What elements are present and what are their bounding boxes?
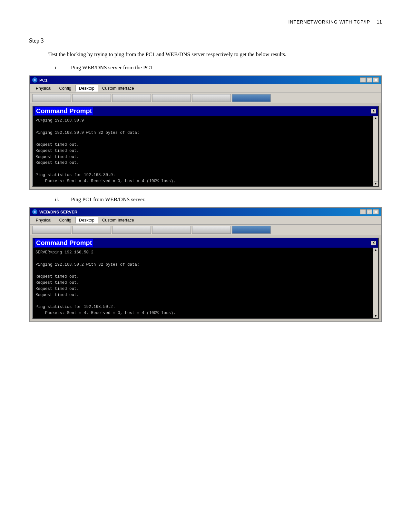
webdns-toolbar-seg-3 bbox=[112, 226, 151, 234]
pc1-window-controls: ─ □ ✕ bbox=[360, 77, 379, 83]
pc1-content: Command Prompt X PC>ping 192.168.30.9 Pi… bbox=[30, 103, 381, 189]
webdns-window-title: WEB/DNS SERVER bbox=[39, 210, 77, 214]
pc1-cmd-close-btn[interactable]: X bbox=[371, 109, 376, 113]
webdns-toolbar-seg-4 bbox=[152, 226, 191, 234]
pc1-cmd-container: PC>ping 192.168.30.9 Pinging 192.168.30.… bbox=[33, 116, 378, 186]
page: INTERNETWORKING WITH TCP/IP 11 Step 3 Te… bbox=[0, 0, 411, 532]
webdns-menubar: Physical Config Desktop Custom Interface bbox=[30, 216, 381, 225]
page-header: INTERNETWORKING WITH TCP/IP 11 bbox=[29, 19, 382, 25]
webdns-cmd-close-btn[interactable]: X bbox=[371, 241, 376, 245]
webdns-close-btn[interactable]: ✕ bbox=[373, 209, 379, 214]
pc1-toolbar-seg-5 bbox=[192, 94, 231, 102]
pc1-toolbar-seg-3 bbox=[112, 94, 151, 102]
pc1-titlebar: C PC1 ─ □ ✕ bbox=[30, 76, 381, 84]
pc1-toolbar-seg-2 bbox=[72, 94, 111, 102]
pc1-tab-config[interactable]: Config bbox=[55, 85, 75, 92]
pc1-close-btn[interactable]: ✕ bbox=[373, 77, 379, 83]
sub-item-ii: ii. Ping PC1 from WEB/DNS server. bbox=[55, 196, 382, 203]
webdns-tab-config[interactable]: Config bbox=[55, 217, 75, 223]
webdns-tab-custom[interactable]: Custom Interface bbox=[99, 217, 138, 223]
sub-item-i-label: i. bbox=[55, 64, 71, 71]
pc1-restore-btn[interactable]: □ bbox=[367, 77, 372, 83]
pc1-window: C PC1 ─ □ ✕ Physical Config Desktop Cust… bbox=[29, 75, 382, 190]
webdns-toolbar-seg-5 bbox=[192, 226, 231, 234]
webdns-cmd-window: Command Prompt X SERVER>ping 192.168.50.… bbox=[32, 238, 379, 319]
pc1-cmd-window: Command Prompt X PC>ping 192.168.30.9 Pi… bbox=[32, 106, 379, 187]
pc1-minimize-btn[interactable]: ─ bbox=[360, 77, 366, 83]
pc1-cmd-body: PC>ping 192.168.30.9 Pinging 192.168.30.… bbox=[33, 116, 373, 186]
webdns-cmd-title: Command Prompt bbox=[36, 239, 92, 246]
pc1-tab-desktop[interactable]: Desktop bbox=[75, 85, 98, 92]
step-label: Step 3 bbox=[29, 37, 382, 44]
webdns-cmd-container: SERVER>ping 192.168.50.2 Pinging 192.168… bbox=[33, 248, 378, 318]
webdns-cmd-content: SERVER>ping 192.168.50.2 Pinging 192.168… bbox=[33, 248, 373, 318]
webdns-scroll-down[interactable]: ▼ bbox=[374, 314, 378, 318]
webdns-cmd-titlebar: Command Prompt X bbox=[33, 238, 378, 248]
webdns-minimize-btn[interactable]: ─ bbox=[360, 209, 366, 214]
pc1-scroll-down[interactable]: ▼ bbox=[374, 182, 378, 186]
pc1-window-icon: C bbox=[32, 77, 37, 83]
webdns-tab-desktop[interactable]: Desktop bbox=[75, 217, 98, 223]
webdns-titlebar: C WEB/DNS SERVER ─ □ ✕ bbox=[30, 208, 381, 216]
webdns-window-icon: C bbox=[32, 209, 37, 214]
webdns-cmd-body: SERVER>ping 192.168.50.2 Pinging 192.168… bbox=[33, 248, 373, 318]
pc1-toolbar bbox=[30, 93, 381, 103]
page-number: 11 bbox=[377, 19, 382, 25]
pc1-cmd-titlebar: Command Prompt X bbox=[33, 106, 378, 116]
pc1-tab-custom[interactable]: Custom Interface bbox=[99, 85, 138, 92]
sub-item-ii-text: Ping PC1 from WEB/DNS server. bbox=[71, 196, 146, 203]
pc1-scroll-up[interactable]: ▲ bbox=[374, 116, 378, 120]
step-description: Test the blocking by trying to ping from… bbox=[29, 50, 382, 59]
pc1-toolbar-seg-4 bbox=[152, 94, 191, 102]
webdns-content: Command Prompt X SERVER>ping 192.168.50.… bbox=[30, 235, 381, 321]
webdns-scrollbar: ▲ ▼ bbox=[373, 248, 378, 318]
sub-item-i: i. Ping WEB/DNS server from the PC1 bbox=[55, 64, 382, 71]
webdns-toolbar-seg-6 bbox=[232, 226, 271, 234]
pc1-toolbar-seg-1 bbox=[32, 94, 71, 102]
header-title: INTERNETWORKING WITH TCP/IP bbox=[289, 19, 370, 25]
webdns-title-left: C WEB/DNS SERVER bbox=[32, 209, 77, 214]
webdns-toolbar-seg-1 bbox=[32, 226, 71, 234]
webdns-window: C WEB/DNS SERVER ─ □ ✕ Physical Config D… bbox=[29, 207, 382, 322]
pc1-window-title: PC1 bbox=[39, 78, 47, 83]
pc1-title-left: C PC1 bbox=[32, 77, 47, 83]
pc1-toolbar-seg-6 bbox=[232, 94, 271, 102]
webdns-toolbar bbox=[30, 225, 381, 235]
svg-text:C: C bbox=[34, 211, 35, 213]
pc1-tab-physical[interactable]: Physical bbox=[32, 85, 55, 92]
webdns-tab-physical[interactable]: Physical bbox=[32, 217, 55, 223]
webdns-restore-btn[interactable]: □ bbox=[367, 209, 372, 214]
svg-text:C: C bbox=[34, 79, 35, 81]
pc1-cmd-title: Command Prompt bbox=[36, 107, 92, 114]
webdns-window-controls: ─ □ ✕ bbox=[360, 209, 379, 214]
pc1-menubar: Physical Config Desktop Custom Interface bbox=[30, 84, 381, 93]
webdns-scroll-up[interactable]: ▲ bbox=[374, 248, 378, 252]
sub-item-i-text: Ping WEB/DNS server from the PC1 bbox=[71, 64, 152, 71]
pc1-scrollbar: ▲ ▼ bbox=[373, 116, 378, 186]
sub-item-ii-label: ii. bbox=[55, 196, 71, 203]
pc1-cmd-content: PC>ping 192.168.30.9 Pinging 192.168.30.… bbox=[33, 116, 373, 186]
webdns-toolbar-seg-2 bbox=[72, 226, 111, 234]
